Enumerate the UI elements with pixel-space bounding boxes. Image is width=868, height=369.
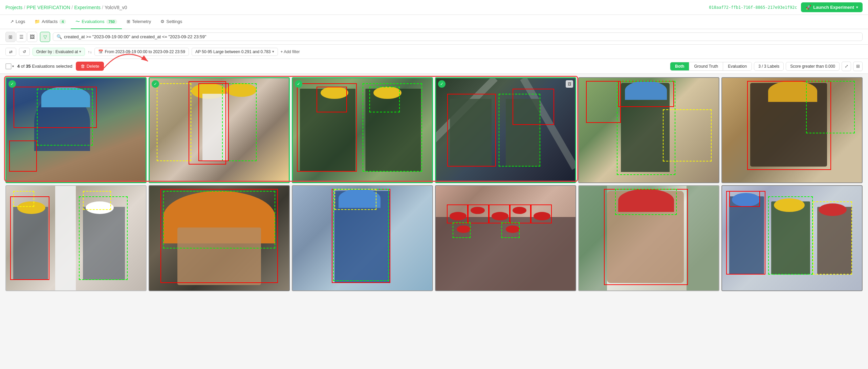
breadcrumb-current: YoloV8_v0 bbox=[105, 5, 127, 10]
rocket-icon: 🚀 bbox=[806, 5, 811, 10]
artifacts-badge: 4 bbox=[59, 19, 66, 24]
selection-count-text: 4 of 35 Evaluations selected bbox=[17, 64, 72, 69]
view-buttons: ⊞ ☰ 🖼 bbox=[5, 32, 37, 42]
search-bar: ⊞ ☰ 🖼 ▽ 🔍 bbox=[0, 29, 868, 45]
image-item-7[interactable] bbox=[5, 185, 147, 291]
select-all-checkbox[interactable] bbox=[5, 63, 12, 69]
image-item-10[interactable] bbox=[435, 185, 576, 291]
view-toggle-group: Both Ground Truth Evaluation bbox=[670, 62, 752, 71]
tab-bar: ↗ Logs 📁 Artifacts 4 〜 Evaluations 750 ⊞… bbox=[0, 15, 868, 29]
grid-view-button[interactable]: ⊞ bbox=[5, 32, 16, 42]
telemetry-icon: ⊞ bbox=[127, 19, 130, 24]
tab-artifacts[interactable]: 📁 Artifacts 4 bbox=[30, 15, 71, 29]
breadcrumb: Projects / PPE VERIFICATION / Experiment… bbox=[5, 5, 127, 10]
ap-filter[interactable]: AP 50-95 Large between 0.291 and 0.783 ▾ bbox=[192, 48, 278, 56]
image-item-12[interactable] bbox=[721, 185, 863, 291]
image-item-5[interactable] bbox=[578, 77, 719, 183]
filter-icon: ▽ bbox=[43, 34, 47, 40]
image-item-1[interactable]: ✓ bbox=[5, 77, 147, 183]
image-item-3[interactable]: ✓ bbox=[292, 77, 433, 183]
image-type-icon-4: 🖼 bbox=[566, 80, 573, 88]
selection-check-4: ✓ bbox=[438, 80, 446, 88]
image-item-9[interactable] bbox=[292, 185, 433, 291]
top-right: 018aaf72-ffb1-716f-8865-217e93e1f92c 🚀 L… bbox=[709, 2, 863, 12]
image-grid: ✓ ✓ bbox=[5, 77, 863, 291]
sort-arrows: ↑ ↓ bbox=[88, 50, 92, 54]
expand-button[interactable]: ⤢ bbox=[842, 62, 851, 71]
image-item-4[interactable]: ✓ 🖼 bbox=[435, 77, 576, 183]
breadcrumb-projects[interactable]: Projects bbox=[5, 5, 23, 10]
search-icon: 🔍 bbox=[57, 34, 62, 39]
image-item-6[interactable] bbox=[721, 77, 863, 183]
select-dropdown-icon[interactable]: ▾ bbox=[12, 64, 14, 68]
score-button[interactable]: Score greater than 0.000 bbox=[786, 62, 840, 71]
annotation-arrow bbox=[97, 48, 158, 75]
grid-density-button[interactable]: ⊞ bbox=[853, 62, 863, 71]
sort-asc-icon[interactable]: ↑ bbox=[88, 50, 90, 54]
add-filter-button[interactable]: + Add filter bbox=[281, 49, 300, 54]
toggle-ground-truth-button[interactable]: Ground Truth bbox=[689, 62, 723, 70]
evaluations-badge: 750 bbox=[106, 19, 117, 24]
tab-settings[interactable]: ⚙ Settings bbox=[156, 15, 187, 29]
selection-check-2: ✓ bbox=[152, 80, 159, 88]
experiment-id[interactable]: 018aaf72-ffb1-716f-8865-217e93e1f92c bbox=[709, 5, 797, 10]
labels-button[interactable]: 3 / 3 Labels bbox=[754, 62, 784, 71]
table-view-button[interactable]: ☰ bbox=[16, 32, 26, 42]
image-item-8[interactable] bbox=[149, 185, 290, 291]
top-nav: Projects / PPE VERIFICATION / Experiment… bbox=[0, 0, 868, 15]
toggle-both-button[interactable]: Both bbox=[670, 62, 689, 70]
settings-icon: ⚙ bbox=[160, 19, 165, 24]
refresh-button[interactable]: ↺ bbox=[19, 48, 30, 56]
shuffle-button[interactable]: ⇄ bbox=[5, 48, 16, 56]
image-item-2[interactable]: ✓ bbox=[149, 77, 290, 183]
trash-icon: 🗑 bbox=[81, 64, 85, 69]
right-controls: Both Ground Truth Evaluation 3 / 3 Label… bbox=[670, 62, 863, 71]
selection-check-3: ✓ bbox=[295, 80, 302, 88]
breadcrumb-experiments[interactable]: Experiments bbox=[74, 5, 101, 10]
image-view-button[interactable]: 🖼 bbox=[27, 32, 37, 42]
filter-active-button[interactable]: ▽ bbox=[40, 32, 50, 42]
artifacts-icon: 📁 bbox=[35, 19, 40, 24]
chevron-down-icon: ▾ bbox=[856, 5, 858, 9]
image-grid-container: ✓ ✓ bbox=[0, 74, 868, 295]
toggle-evaluation-button[interactable]: Evaluation bbox=[723, 62, 752, 70]
logs-icon: ↗ bbox=[10, 19, 14, 24]
tab-logs[interactable]: ↗ Logs bbox=[5, 15, 30, 29]
shuffle-icon: ⇄ bbox=[9, 49, 13, 54]
sort-desc-icon[interactable]: ↓ bbox=[90, 50, 92, 54]
refresh-icon: ↺ bbox=[23, 49, 26, 54]
search-input-wrap[interactable]: 🔍 bbox=[53, 32, 863, 41]
tab-telemetry[interactable]: ⊞ Telemetry bbox=[122, 15, 156, 29]
chevron-down-icon: ▾ bbox=[79, 49, 81, 54]
breadcrumb-ppe[interactable]: PPE VERIFICATION bbox=[26, 5, 70, 10]
selection-row: ▾ 4 of 35 Evaluations selected 🗑 Delete … bbox=[0, 59, 868, 74]
expand-icon: ⤢ bbox=[845, 64, 848, 69]
selection-check-1: ✓ bbox=[8, 80, 16, 88]
launch-experiment-button[interactable]: 🚀 Launch Experiment ▾ bbox=[801, 2, 863, 12]
chevron-down-icon: ▾ bbox=[272, 49, 274, 54]
search-input[interactable] bbox=[64, 34, 859, 39]
order-by-button[interactable]: Order by : Evaluated at ▾ bbox=[32, 48, 85, 56]
evaluations-icon: 〜 bbox=[75, 19, 80, 25]
grid-icon: ⊞ bbox=[856, 64, 860, 69]
tab-evaluations[interactable]: 〜 Evaluations 750 bbox=[71, 15, 122, 29]
select-all-wrap: ▾ bbox=[5, 63, 14, 69]
image-item-11[interactable] bbox=[578, 185, 719, 291]
